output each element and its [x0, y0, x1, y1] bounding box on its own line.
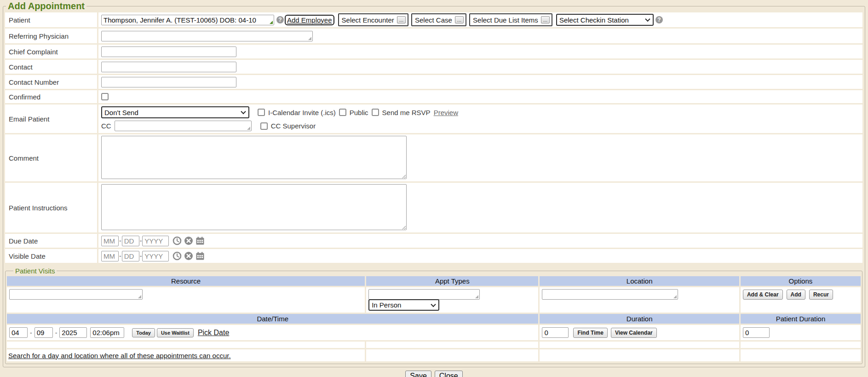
checkin-station-select[interactable]: Select Checkin Station: [556, 14, 654, 26]
visit-month-input[interactable]: [9, 327, 28, 338]
due-date-year-input[interactable]: [142, 236, 169, 246]
search-cell: Search for a day and location where all …: [7, 349, 365, 361]
confirmed-label: Confirmed: [5, 90, 97, 103]
recur-button[interactable]: Recur: [809, 290, 833, 300]
chief-complaint-row: Chief Complaint: [5, 45, 862, 58]
select-case-button[interactable]: ...: [455, 16, 464, 23]
referring-physician-row: Referring Physician: [5, 29, 862, 43]
public-label: Public: [350, 109, 368, 116]
contact-number-row: Contact Number: [5, 75, 862, 89]
due-date-day-input[interactable]: [122, 236, 139, 246]
location-input[interactable]: [542, 289, 678, 300]
due-date-month-input[interactable]: [101, 236, 119, 246]
due-date-label: Due Date: [5, 234, 97, 248]
select-case-label: Select Case: [415, 16, 452, 24]
comment-row: Comment: [5, 134, 862, 181]
options-column-header: Options: [741, 276, 861, 286]
visit-year-input[interactable]: [59, 327, 87, 338]
resource-column-header: Resource: [7, 276, 365, 286]
preview-link[interactable]: Preview: [434, 109, 458, 116]
patient-duration-input[interactable]: [743, 327, 770, 338]
cc-supervisor-label: CC Supervisor: [271, 122, 316, 130]
today-button[interactable]: Today: [132, 328, 155, 337]
email-send-select[interactable]: Don't Send: [101, 106, 249, 118]
select-due-list-box: Select Due List Items ...: [469, 13, 552, 26]
form-rows: Patient ? Add Employee Select Encounter …: [5, 12, 862, 263]
clear-icon[interactable]: [184, 236, 193, 245]
calendar-icon[interactable]: [195, 251, 205, 261]
contact-row: Contact: [5, 60, 862, 74]
patient-visits-table: Resource Appt Types Location Options: [7, 276, 861, 361]
patient-input[interactable]: [101, 15, 274, 25]
search-day-location-link[interactable]: Search for a day and location where all …: [8, 352, 231, 360]
public-checkbox[interactable]: [339, 109, 346, 116]
use-waitlist-button[interactable]: Use Waitlist: [157, 328, 194, 337]
patient-row: Patient ? Add Employee Select Encounter …: [5, 12, 862, 27]
resource-cell: [7, 287, 365, 313]
appt-mode-select[interactable]: In Person: [368, 299, 439, 311]
calendar-icon[interactable]: [195, 236, 205, 245]
send-me-rsvp-checkbox[interactable]: [372, 109, 379, 116]
duration-cell: Find Time View Calendar: [540, 325, 739, 340]
visible-date-month-input[interactable]: [101, 251, 119, 261]
help-icon[interactable]: ?: [655, 16, 663, 23]
duration-input[interactable]: [542, 327, 569, 338]
confirmed-checkbox[interactable]: [101, 93, 109, 100]
clock-icon[interactable]: [172, 236, 182, 245]
comment-textarea[interactable]: [101, 136, 407, 179]
contact-input[interactable]: [101, 62, 236, 72]
select-case-box: Select Case ...: [411, 13, 466, 26]
appt-types-input[interactable]: [368, 289, 480, 300]
contact-number-input[interactable]: [101, 77, 236, 87]
email-patient-row: Email Patient Don't Send I-Calendar Invi…: [5, 104, 862, 133]
select-due-list-label: Select Due List Items: [473, 16, 538, 24]
add-button[interactable]: Add: [787, 290, 805, 300]
visible-date-label: Visible Date: [5, 249, 97, 263]
ical-invite-label: I-Calendar Invite (.ics): [268, 109, 336, 116]
date-time-column-header: Date/Time: [7, 314, 538, 324]
close-button[interactable]: Close: [435, 371, 463, 377]
pick-date-link[interactable]: Pick Date: [198, 329, 229, 337]
patient-label: Patient: [5, 12, 97, 27]
location-cell: [540, 287, 739, 313]
referring-physician-input[interactable]: [101, 31, 313, 41]
patient-instructions-label: Patient Instructions: [5, 183, 97, 232]
add-and-clear-button[interactable]: Add & Clear: [743, 290, 783, 300]
visible-date-row: Visible Date - -: [5, 249, 862, 263]
page-title: Add Appointment: [6, 1, 86, 12]
confirmed-row: Confirmed: [5, 90, 862, 103]
chief-complaint-input[interactable]: [101, 46, 236, 57]
location-column-header: Location: [540, 276, 739, 286]
save-button[interactable]: Save: [405, 371, 431, 377]
visit-time-input[interactable]: [90, 327, 124, 338]
patient-visits-section: Patient Visits Resource Appt Types Locat…: [5, 267, 862, 364]
cc-supervisor-checkbox[interactable]: [260, 122, 268, 130]
ical-invite-checkbox[interactable]: [258, 109, 265, 116]
add-appointment-form: Add Appointment Patient ? Add Employee S…: [3, 1, 865, 367]
cc-label: CC: [101, 122, 111, 130]
find-time-button[interactable]: Find Time: [573, 328, 607, 338]
help-icon[interactable]: ?: [276, 16, 284, 23]
add-employee-link[interactable]: Add Employee: [287, 16, 332, 24]
footer-actions: Save Close: [0, 371, 868, 377]
send-me-rsvp-label: Send me RSVP: [382, 109, 431, 116]
chief-complaint-label: Chief Complaint: [5, 45, 97, 58]
duration-column-header: Duration: [540, 314, 739, 324]
cc-input[interactable]: [115, 121, 252, 131]
view-calendar-button[interactable]: View Calendar: [611, 328, 657, 338]
visit-day-input[interactable]: [34, 327, 53, 338]
select-encounter-button[interactable]: ...: [397, 16, 406, 23]
patient-duration-cell: [741, 325, 861, 340]
resource-input[interactable]: [9, 289, 143, 300]
due-date-row: Due Date - -: [5, 234, 862, 248]
visible-date-day-input[interactable]: [122, 251, 139, 261]
clear-icon[interactable]: [184, 251, 193, 261]
clock-icon[interactable]: [172, 251, 182, 261]
contact-label: Contact: [5, 60, 97, 74]
patient-instructions-row: Patient Instructions: [5, 183, 862, 232]
patient-instructions-textarea[interactable]: [101, 184, 407, 230]
select-due-list-button[interactable]: ...: [541, 16, 550, 23]
visible-date-year-input[interactable]: [142, 251, 169, 261]
patient-duration-column-header: Patient Duration: [741, 314, 861, 324]
patient-visits-legend: Patient Visits: [13, 267, 57, 275]
